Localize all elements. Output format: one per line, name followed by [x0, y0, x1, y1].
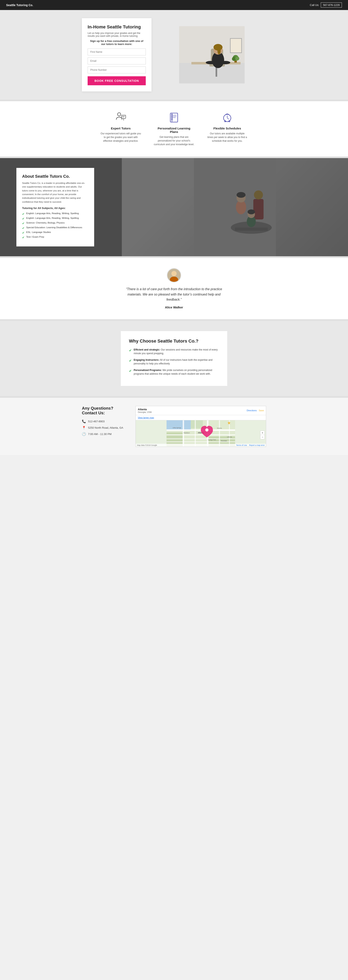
feature-flexible-schedules: Flexible Schedules Our tutors are availa…: [207, 111, 248, 146]
phone-number-badge: 567-876-1229: [321, 2, 342, 8]
why-reason-1: Efficient and strategic: Our sessions an…: [134, 348, 219, 355]
subject-4: Special Education: Learning Disabilities…: [26, 226, 82, 229]
about-content-box: About Seattle Tutors Co. Seattle Tutors …: [16, 168, 94, 247]
contact-inner: Any Questions? Contact Us: 📞 512-467-890…: [82, 406, 266, 447]
why-check-icon-3: ✔: [129, 369, 132, 374]
map-pin-icon: 📍: [82, 426, 86, 430]
why-check-icon-2: ✔: [129, 358, 132, 363]
subject-5: ESL: Language Studies: [26, 231, 51, 233]
why-item-1: ✔ Efficient and strategic: Our sessions …: [129, 348, 219, 355]
why-reason-2: Engaging Instructors: All of our instruc…: [134, 358, 219, 366]
feature-3-title: Flexible Schedules: [213, 127, 241, 130]
hero-section: In-Home Seattle Tutoring Let us help you…: [0, 10, 348, 100]
phone-icon: 📞: [82, 420, 86, 423]
section-divider-3: [0, 256, 348, 258]
subject-1: English: Language Arts, Reading, Writing…: [26, 212, 79, 215]
about-heading: About Seattle Tutors Co.: [22, 174, 88, 179]
map-data-text: Map data ©2018 Google: [137, 444, 157, 446]
first-name-input[interactable]: [88, 48, 146, 56]
feature-2-title: Personalized Learning Plans: [153, 127, 195, 134]
svg-text:Lithonia: Lithonia: [227, 436, 232, 438]
testimonial-author: Alice Walker: [165, 305, 183, 309]
feature-2-desc: Get learning plans that are personalized…: [153, 135, 195, 146]
check-icon-6: ✔: [22, 236, 25, 239]
map-terms-link[interactable]: Terms of Use: [236, 444, 247, 446]
svg-rect-55: [167, 429, 235, 431]
feature-3-desc: Our tutors are available multiple times …: [207, 132, 248, 143]
list-item: ✔ English: Language Arts, Reading, Writi…: [22, 212, 88, 216]
hero-description: Let us help you improve your grades and …: [88, 32, 146, 37]
map-container: Atlanta Georgia, USA Directions Save Vie…: [136, 406, 266, 447]
navbar: Seattle Tutoring Co. Call Us: 567-876-12…: [0, 0, 348, 10]
about-description: Seattle Tutors Co. is a leader in provid…: [22, 181, 88, 204]
map-view-larger-link[interactable]: View larger map: [136, 415, 266, 420]
why-item-2: ✔ Engaging Instructors: All of our instr…: [129, 358, 219, 366]
check-icon-1: ✔: [22, 212, 25, 216]
svg-text:Smyrna: Smyrna: [217, 428, 222, 429]
about-section: About Seattle Tutors Co. Seattle Tutors …: [0, 158, 348, 256]
svg-rect-62: [219, 420, 220, 446]
map-links: Terms of Use Report a map error: [236, 444, 265, 446]
section-divider-2: [0, 156, 348, 158]
navbar-phone: Call Us: 567-876-1229: [310, 2, 342, 8]
svg-point-9: [217, 46, 221, 54]
list-item: ✔ Special Education: Learning Disabiliti…: [22, 226, 88, 230]
map-directions-link[interactable]: Directions: [247, 409, 257, 412]
map-save-link[interactable]: Save: [259, 409, 264, 412]
expert-tutors-icon: [115, 111, 127, 124]
hero-form-box: In-Home Seattle Tutoring Let us help you…: [82, 18, 152, 91]
contact-info: Any Questions? Contact Us: 📞 512-467-890…: [82, 406, 123, 439]
hero-signup-text: Sign up for a free consultation with one…: [88, 40, 146, 46]
svg-point-17: [118, 113, 121, 116]
subject-2: English: Language Arts, Reading, Writing…: [26, 217, 79, 219]
why-choose-heading: Why Choose Seattle Tutors Co.?: [129, 339, 219, 344]
map-footer: Map data ©2018 Google Terms of Use Repor…: [136, 444, 266, 447]
svg-point-48: [171, 271, 177, 276]
map-city: Atlanta: [138, 408, 152, 411]
section-divider-1: [0, 100, 348, 101]
book-consultation-button[interactable]: BOOK FREE CONSULTATION: [88, 76, 146, 85]
hero-photo: [179, 26, 244, 83]
list-item: ✔ Test / Exam Prep: [22, 235, 88, 239]
check-icon-4: ✔: [22, 226, 25, 230]
map-header-actions: Directions Save: [247, 409, 264, 412]
section-divider-4: [0, 319, 348, 321]
why-reason-3: Personalized Programs: We pride ourselve…: [134, 368, 219, 376]
testimonial-quote: “There is a lot of care put forth from t…: [123, 286, 225, 302]
svg-line-33: [227, 118, 229, 119]
subjects-list: ✔ English: Language Arts, Reading, Writi…: [22, 212, 88, 239]
map-zoom-out[interactable]: −: [260, 435, 265, 439]
why-choose-box: Why Choose Seattle Tutors Co.? ✔ Efficie…: [121, 331, 227, 386]
svg-point-71: [205, 428, 209, 431]
svg-rect-60: [195, 420, 196, 446]
svg-point-16: [235, 56, 239, 60]
why-list: ✔ Efficient and strategic: Our sessions …: [129, 348, 219, 376]
phone-input[interactable]: [88, 67, 146, 73]
contact-section: Any Questions? Contact Us: 📞 512-467-890…: [0, 398, 348, 455]
feature-learning-plans: Personalized Learning Plans Get learning…: [153, 111, 195, 146]
contact-hours-text: 7:00 AM - 11:30 PM: [88, 433, 112, 436]
email-input[interactable]: [88, 57, 146, 64]
svg-rect-56: [167, 434, 235, 435]
svg-point-49: [170, 277, 178, 282]
hero-heading: In-Home Seattle Tutoring: [88, 24, 146, 30]
svg-text:Maddison: Maddison: [184, 432, 190, 434]
features-inner: Expert Tutors Our experienced tutors wil…: [82, 111, 266, 146]
subject-6: Test / Exam Prep: [26, 235, 44, 238]
learning-plans-icon: [168, 111, 180, 124]
hero-inner: In-Home Seattle Tutoring Let us help you…: [82, 18, 266, 91]
svg-text:Lithia Springs: Lithia Springs: [172, 427, 181, 429]
check-icon-2: ✔: [22, 217, 25, 220]
list-item: ✔ ESL: Language Studies: [22, 231, 88, 234]
contact-heading: Any Questions? Contact Us:: [82, 406, 123, 415]
feature-1-title: Expert Tutors: [111, 127, 131, 130]
svg-rect-54: [167, 420, 191, 430]
why-check-icon-1: ✔: [129, 348, 132, 353]
map-zoom-in[interactable]: +: [260, 431, 265, 435]
svg-text:Riverdale: Riverdale: [221, 440, 227, 442]
hero-image: [158, 26, 266, 83]
contact-phone-number: 512-467-8903: [88, 420, 105, 423]
map-report-link[interactable]: Report a map error: [249, 444, 265, 446]
svg-rect-12: [230, 38, 241, 53]
clock-icon: 🕐: [82, 432, 86, 436]
